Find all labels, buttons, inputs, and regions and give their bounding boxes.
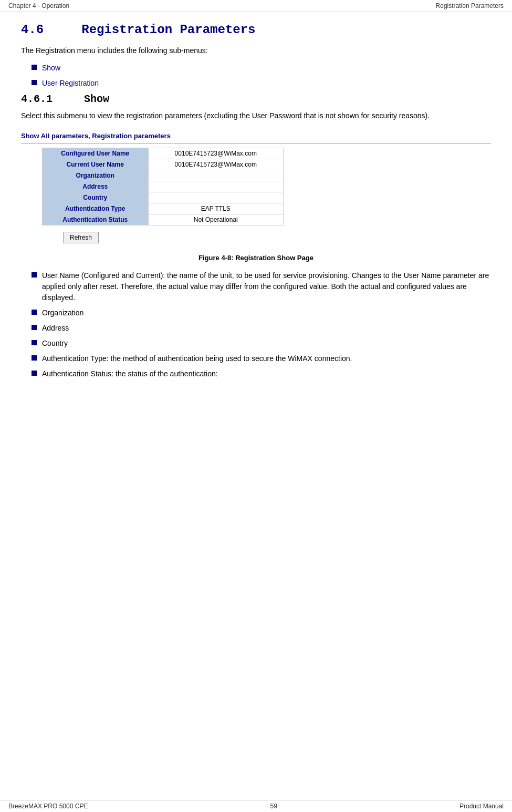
bullet-text-username: User Name (Configured and Current): the … (42, 270, 491, 303)
table-row: Configured User Name0010E7415723@WiMax.c… (43, 148, 284, 159)
bullet-icon-username (32, 272, 37, 277)
list-item-show: Show (32, 63, 491, 74)
menu-item-user-registration[interactable]: User Registration (42, 78, 99, 89)
params-section: Show All parameters, Registration parame… (21, 132, 491, 243)
bullet-text-country: Country (42, 338, 491, 349)
list-item-user-registration: User Registration (32, 78, 491, 89)
bullet-icon-auth-type (32, 355, 37, 361)
intro-text: The Registration menu includes the follo… (21, 45, 491, 56)
param-key-0: Configured User Name (43, 148, 149, 159)
bullet-item-address: Address (32, 323, 491, 334)
section-461-heading: 4.6.1 Show (21, 93, 491, 105)
page-header: Chapter 4 - Operation Registration Param… (0, 0, 512, 12)
param-key-3: Address (43, 181, 149, 192)
section-461-title: Show (84, 93, 109, 105)
param-key-6: Authentication Status (43, 214, 149, 225)
bullet-text-auth-status: Authentication Status: the status of the… (42, 368, 491, 379)
bullet-icon-auth-status (32, 371, 37, 376)
show-description: Select this submenu to view the registra… (21, 110, 491, 121)
table-row: Authentication TypeEAP TTLS (43, 203, 284, 214)
param-value-0: 0010E7415723@WiMax.com (148, 148, 284, 159)
footer-left: BreezeMAX PRO 5000 CPE (8, 803, 88, 810)
param-value-2 (148, 170, 284, 181)
bullet-icon-show (32, 65, 37, 70)
bullet-icon-address (32, 325, 37, 330)
param-key-2: Organization (43, 170, 149, 181)
section-46-title: Registration Parameters (81, 23, 255, 37)
header-left: Chapter 4 - Operation (8, 2, 69, 9)
bullet-text-organization: Organization (42, 307, 491, 318)
bullet-item-country: Country (32, 338, 491, 349)
bullet-item-organization: Organization (32, 307, 491, 318)
param-value-4 (148, 192, 284, 203)
table-row: Current User Name0010E7415723@WiMax.com (43, 159, 284, 170)
bullet-item-username: User Name (Configured and Current): the … (32, 270, 491, 303)
section-461-number: 4.6.1 (21, 93, 53, 105)
menu-items-list: Show User Registration (32, 63, 491, 89)
param-value-1: 0010E7415723@WiMax.com (148, 159, 284, 170)
bullet-item-auth-status: Authentication Status: the status of the… (32, 368, 491, 379)
menu-item-show[interactable]: Show (42, 63, 60, 74)
refresh-button[interactable]: Refresh (63, 232, 99, 243)
param-key-5: Authentication Type (43, 203, 149, 214)
section-46-heading: 4.6 Registration Parameters (21, 23, 491, 37)
bullet-item-auth-type: Authentication Type: the method of authe… (32, 353, 491, 364)
detail-bullet-list: User Name (Configured and Current): the … (32, 270, 491, 379)
main-content: 4.6 Registration Parameters The Registra… (0, 12, 512, 415)
table-row: Authentication StatusNot Operational (43, 214, 284, 225)
bullet-text-address: Address (42, 323, 491, 334)
param-value-3 (148, 181, 284, 192)
bullet-text-auth-type: Authentication Type: the method of authe… (42, 353, 491, 364)
bullet-icon-country (32, 340, 37, 345)
figure-caption: Figure 4-8: Registration Show Page (21, 254, 491, 262)
table-row: Organization (43, 170, 284, 181)
table-row: Address (43, 181, 284, 192)
page-footer: BreezeMAX PRO 5000 CPE 59 Product Manual (0, 800, 512, 812)
section-46-number: 4.6 (21, 23, 44, 37)
table-row: Country (43, 192, 284, 203)
params-title-divider (21, 143, 491, 143)
param-value-5: EAP TTLS (148, 203, 284, 214)
param-key-1: Current User Name (43, 159, 149, 170)
bullet-icon-user-reg (32, 80, 37, 85)
registration-params-table: Configured User Name0010E7415723@WiMax.c… (42, 148, 284, 225)
footer-right: Product Manual (459, 803, 504, 810)
bullet-icon-organization (32, 310, 37, 315)
footer-center: 59 (270, 803, 277, 810)
params-table-title: Show All parameters, Registration parame… (21, 132, 491, 140)
header-right: Registration Parameters (436, 2, 504, 9)
param-key-4: Country (43, 192, 149, 203)
param-value-6: Not Operational (148, 214, 284, 225)
